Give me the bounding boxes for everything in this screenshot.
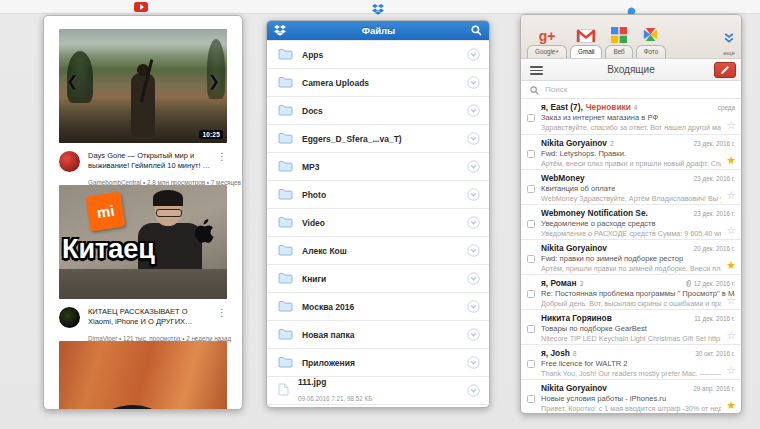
chevron-down-circle-icon[interactable] (467, 76, 480, 89)
folder-name: Video (302, 218, 467, 228)
dropbox-file-row[interactable]: 222.jpg (267, 404, 489, 408)
chevron-down-circle-icon[interactable] (467, 384, 480, 397)
folder-name: Eggers_D_Sfera_...va_T) (302, 134, 467, 144)
chevron-down-circle-icon[interactable] (467, 48, 480, 61)
dropbox-folder-row[interactable]: Новая папка (267, 320, 489, 348)
star-icon[interactable] (726, 190, 736, 201)
kebab-menu-icon[interactable]: ⋮ (217, 151, 227, 178)
chevron-down-circle-icon[interactable] (467, 244, 480, 257)
search-icon[interactable] (471, 22, 482, 40)
star-icon[interactable] (726, 225, 736, 236)
star-icon[interactable] (726, 400, 736, 411)
video-thumbnail-days-gone[interactable]: ❮ ❯ 10:25 (59, 29, 227, 143)
email-row[interactable]: Nikita Goryainov 2 23 дек. 2016 г. Fwd: … (521, 134, 741, 169)
dropbox-folder-row[interactable]: Приложения (267, 348, 489, 376)
file-meta: 09.06.2016 7:21, 98,52 КБ (298, 395, 372, 402)
star-icon[interactable] (726, 120, 736, 131)
email-row[interactable]: Nikita Goryainov 20 дек. 2016 г. Fwd: пр… (521, 239, 741, 274)
gmail-search-bar[interactable] (521, 81, 741, 99)
email-row[interactable]: я, East (7), Черновики 4 среда Заказ из … (521, 99, 741, 134)
chevron-down-circle-icon[interactable] (467, 300, 480, 313)
more-tabs-button[interactable]: ещё (723, 30, 735, 58)
dropbox-folder-row[interactable]: Video (267, 208, 489, 236)
video-title[interactable]: КИТАЕЦ РАССКАЗЫВАЕТ О Xiaomi, iPhone И О… (88, 307, 213, 327)
video-meta-row[interactable]: КИТАЕЦ РАССКАЗЫВАЕТ О Xiaomi, iPhone И О… (59, 299, 227, 341)
tab-photos[interactable]: Фото (636, 23, 666, 58)
folder-icon (278, 242, 293, 260)
chevron-down-circle-icon[interactable] (467, 188, 480, 201)
folder-name: Новая папка (302, 330, 467, 340)
email-checkbox[interactable] (527, 325, 535, 333)
dropbox-folder-row[interactable]: Москва 2016 (267, 292, 489, 320)
chevron-down-circle-icon[interactable] (467, 160, 480, 173)
chevron-down-circle-icon[interactable] (467, 272, 480, 285)
tab-label: Google+ (527, 45, 567, 58)
email-checkbox[interactable] (527, 255, 535, 263)
dropbox-folder-row[interactable]: Алекс Кош (267, 236, 489, 264)
email-row[interactable]: WebMoney 23 дек. 2016 г. Квитанция об оп… (521, 169, 741, 204)
dropbox-folder-row[interactable]: MP3 (267, 152, 489, 180)
apple-logo-icon (193, 219, 215, 249)
kebab-menu-icon[interactable]: ⋮ (217, 307, 227, 334)
email-checkbox[interactable] (527, 150, 535, 158)
dropbox-folder-row[interactable]: Docs (267, 96, 489, 124)
star-icon[interactable] (726, 155, 736, 166)
chevron-down-circle-icon[interactable] (467, 216, 480, 229)
email-row[interactable]: Webmoney Notification Se. 23 дек. 2016 г… (521, 204, 741, 239)
email-date: среда (718, 104, 735, 111)
email-row[interactable]: я, Josh 8 30 окт. 2016 г. Free licence f… (521, 344, 741, 379)
carousel-next-icon[interactable]: ❯ (207, 72, 220, 90)
email-row[interactable]: Nikita Goryainov 29 апр. 2016 г. Новые у… (521, 379, 741, 413)
chevron-down-circle-icon[interactable] (467, 356, 480, 369)
dropbox-menubar-icon[interactable] (372, 1, 384, 19)
chevron-down-circle-icon[interactable] (467, 132, 480, 145)
tab-google-plus[interactable]: g+ Google+ (527, 23, 567, 58)
folder-name: Алекс Кош (302, 246, 467, 256)
mi-logo: mi (85, 192, 125, 232)
google-web-icon (611, 23, 627, 45)
email-checkbox[interactable] (527, 360, 535, 368)
chevron-down-circle-icon[interactable] (467, 104, 480, 117)
dropbox-folder-row[interactable]: Camera Uploads (267, 68, 489, 96)
tab-web[interactable]: Веб (605, 23, 632, 58)
search-input[interactable] (545, 85, 732, 94)
video-meta-row[interactable]: Days Gone — Открытый мир и выживание! Ге… (59, 143, 227, 185)
dropbox-folder-row[interactable]: Книги (267, 264, 489, 292)
channel-avatar[interactable] (59, 307, 80, 328)
star-icon[interactable] (726, 365, 736, 376)
star-icon[interactable] (726, 295, 736, 306)
dropbox-folder-row[interactable]: Photo (267, 180, 489, 208)
email-row[interactable]: я, Роман 3 12 дек. 2016 г. Re: Постоянна… (521, 274, 741, 309)
star-icon[interactable] (726, 260, 736, 271)
email-checkbox[interactable] (527, 185, 535, 193)
carousel-prev-icon[interactable]: ❮ (66, 72, 79, 90)
email-subject: Free licence for WALTR 2 (541, 359, 628, 368)
dropbox-popover: Файлы Apps Camera Uploads (266, 20, 490, 408)
tab-gmail[interactable]: Gmail (570, 23, 602, 58)
google-photos-icon (642, 23, 659, 45)
youtube-popover: ❮ ❯ 10:25 Days Gone — Открытый мир и выж… (43, 15, 243, 410)
gmail-toolbar: Входящие (521, 59, 741, 81)
tab-label: Веб (605, 45, 632, 58)
video-thumbnail-xiaomi[interactable]: mi Китаец о Xiaomi (59, 185, 227, 299)
chevron-down-circle-icon[interactable] (467, 328, 480, 341)
email-checkbox[interactable] (527, 290, 535, 298)
email-checkbox[interactable] (527, 220, 535, 228)
star-icon[interactable] (726, 330, 736, 341)
dropbox-file-row[interactable]: 111.jpg 09.06.2016 7:21, 98,52 КБ (267, 376, 489, 404)
dropbox-folder-row[interactable]: Apps (267, 40, 489, 68)
email-subject: Товары по подборке GearBest (541, 324, 647, 333)
email-thread-count: 3 (579, 280, 583, 287)
email-thread-count: 4 (634, 104, 638, 111)
email-checkbox[interactable] (527, 114, 535, 122)
email-subject: Заказ из интернет магазина в РФ (541, 113, 658, 122)
dropbox-folder-row[interactable]: Eggers_D_Sfera_...va_T) (267, 124, 489, 152)
compose-button[interactable] (714, 62, 736, 78)
channel-avatar[interactable] (59, 151, 80, 172)
email-checkbox[interactable] (527, 395, 535, 403)
video-title[interactable]: Days Gone — Открытый мир и выживание! Ге… (88, 151, 213, 171)
youtube-menubar-icon[interactable] (134, 2, 148, 12)
video-thumbnail-beamng[interactable]: BeamNG Y ⚙⚙ (59, 341, 227, 410)
email-row[interactable]: Никита Горяинов 11 дек. 2016 г. Товары п… (521, 309, 741, 344)
file-name: 111.jpg (298, 377, 467, 387)
